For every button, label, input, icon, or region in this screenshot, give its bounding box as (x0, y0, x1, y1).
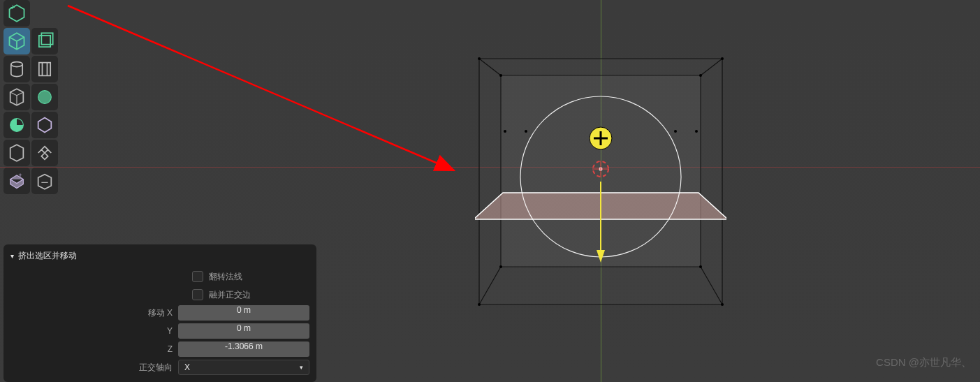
chevron-down-icon: ▾ (300, 364, 303, 371)
svg-point-15 (695, 130, 698, 133)
tool-add-cube[interactable]: + (3, 0, 30, 27)
tool-cylinder-a[interactable] (3, 56, 30, 82)
svg-point-6 (499, 74, 502, 77)
ortho-axis-select[interactable]: X ▾ (178, 360, 309, 375)
ortho-axis-value: X (184, 362, 190, 372)
tool-polygon[interactable] (31, 112, 58, 138)
tool-box[interactable] (3, 140, 30, 166)
tool-pie[interactable] (3, 112, 30, 138)
svg-point-8 (499, 265, 502, 268)
mesh-tool-toolbar: + (3, 0, 58, 194)
tool-wireframe[interactable] (3, 84, 30, 110)
move-z-input[interactable]: -1.3066 m (178, 341, 309, 357)
move-y-label: Y (10, 326, 178, 336)
tool-cube[interactable] (3, 28, 30, 54)
tool-snap[interactable] (31, 140, 58, 166)
move-x-label: 移动 X (10, 307, 178, 319)
svg-point-9 (699, 265, 702, 268)
dissolve-ortho-label: 融并正交边 (209, 289, 251, 301)
cube-mesh (475, 56, 726, 321)
ortho-axis-label: 正交轴向 (10, 362, 178, 374)
flip-normals-label: 翻转法线 (209, 271, 242, 283)
svg-point-17 (674, 130, 677, 133)
svg-point-7 (699, 74, 702, 77)
tool-cube-outline[interactable] (31, 28, 58, 54)
tool-cylinder-b[interactable] (31, 56, 58, 82)
flip-normals-checkbox[interactable] (192, 271, 203, 282)
svg-point-11 (721, 57, 724, 60)
move-z-label: Z (10, 344, 178, 354)
svg-line-30 (68, 6, 454, 170)
svg-point-12 (478, 303, 481, 306)
svg-rect-32 (39, 36, 50, 47)
svg-point-14 (504, 130, 506, 133)
move-x-input[interactable]: 0 m (178, 305, 309, 321)
svg-point-10 (478, 57, 481, 60)
svg-point-13 (721, 303, 724, 306)
chevron-down-icon: ▾ (10, 252, 14, 260)
svg-rect-33 (41, 33, 52, 44)
svg-point-34 (11, 62, 22, 67)
move-y-input[interactable]: 0 m (178, 323, 309, 339)
operator-panel: ▾ 挤出选区并移动 翻转法线 融并正交边 移动 X 0 m Y 0 m Z -1… (3, 244, 316, 382)
svg-text:+: + (10, 3, 15, 11)
svg-text:+: + (18, 172, 22, 179)
panel-header[interactable]: ▾ 挤出选区并移动 (10, 250, 309, 262)
dissolve-ortho-checkbox[interactable] (192, 289, 203, 300)
svg-point-16 (525, 130, 527, 133)
watermark: CSDN @亦世凡华、 (876, 356, 972, 369)
tool-extrude-b[interactable] (31, 168, 58, 194)
viewport-3d[interactable]: + (0, 0, 980, 382)
tool-sphere-shade[interactable] (31, 84, 58, 110)
annotation-arrow (66, 4, 465, 189)
panel-title: 挤出选区并移动 (18, 250, 77, 262)
tool-extrude-a[interactable]: + (3, 168, 30, 194)
